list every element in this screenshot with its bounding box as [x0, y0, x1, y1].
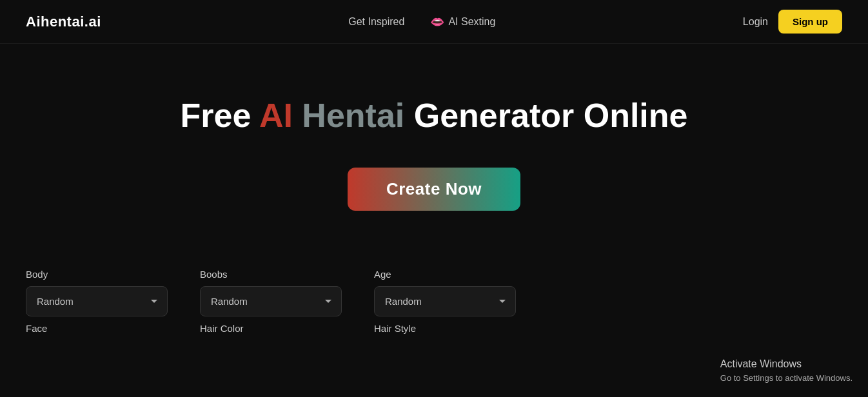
filter-group-body: Body Random Slim Curvy Athletic Petite B… — [26, 269, 168, 334]
title-word-free: Free — [181, 97, 252, 134]
header: Aihentai.ai Get Inspired 👄 AI Sexting Lo… — [0, 0, 868, 44]
create-now-button[interactable]: Create Now — [348, 168, 520, 211]
nav-ai-sexting[interactable]: 👄 AI Sexting — [430, 15, 495, 29]
filter-label-hair-style: Hair Style — [374, 323, 516, 334]
windows-activate-subtitle: Go to Settings to activate Windows. — [720, 372, 853, 385]
login-button[interactable]: Login — [743, 16, 768, 28]
filter-select-body[interactable]: Random Slim Curvy Athletic Petite Busty — [26, 286, 168, 316]
hero-title: Free AI Hentai Generator Online — [181, 95, 688, 135]
filter-group-boobs: Boobs Random Small Medium Large Huge Hai… — [200, 269, 342, 334]
filter-label-boobs: Boobs — [200, 269, 342, 280]
title-word-ai: AI — [259, 97, 293, 134]
filter-label-body: Body — [26, 269, 168, 280]
nav: Get Inspired 👄 AI Sexting — [348, 15, 495, 29]
nav-ai-sexting-label: AI Sexting — [448, 16, 495, 28]
filter-select-age[interactable]: Random Teen Young Adult Adult Mature — [374, 286, 516, 316]
windows-activate-title: Activate Windows — [720, 356, 853, 372]
hero-section: Free AI Hentai Generator Online Create N… — [0, 44, 868, 249]
signup-button[interactable]: Sign up — [778, 10, 842, 34]
title-word-generator: Generator Online — [414, 97, 688, 134]
filters-section: Body Random Slim Curvy Athletic Petite B… — [0, 249, 868, 334]
logo: Aihentai.ai — [26, 14, 101, 30]
lips-icon: 👄 — [430, 15, 444, 29]
nav-get-inspired[interactable]: Get Inspired — [348, 16, 404, 28]
filter-label-hair-color: Hair Color — [200, 323, 342, 334]
filter-label-face: Face — [26, 323, 168, 334]
windows-activate-notice: Activate Windows Go to Settings to activ… — [705, 344, 868, 398]
title-word-hentai: Hentai — [302, 97, 404, 134]
auth-buttons: Login Sign up — [743, 10, 842, 34]
filter-group-age: Age Random Teen Young Adult Adult Mature… — [374, 269, 516, 334]
filter-label-age: Age — [374, 269, 516, 280]
filter-select-boobs[interactable]: Random Small Medium Large Huge — [200, 286, 342, 316]
